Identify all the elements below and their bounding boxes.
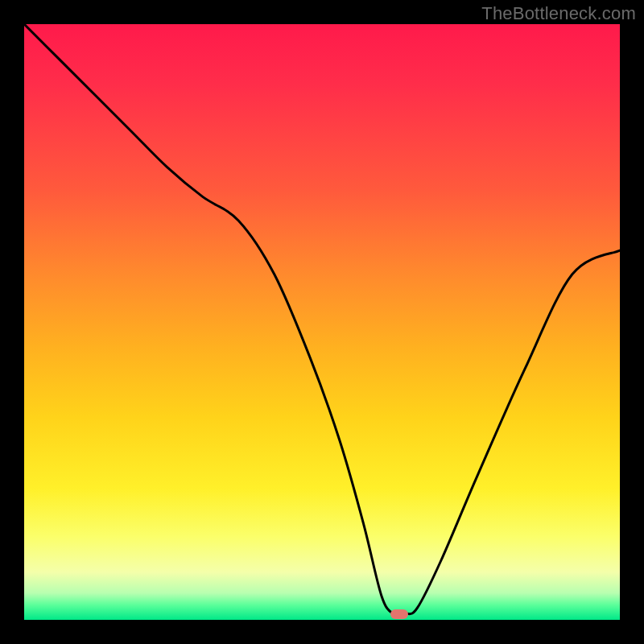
bottleneck-marker xyxy=(390,609,408,619)
watermark-label: TheBottleneck.com xyxy=(481,3,636,24)
chart-frame: TheBottleneck.com xyxy=(0,0,644,644)
bottleneck-curve xyxy=(24,24,620,620)
plot-area xyxy=(24,24,620,620)
